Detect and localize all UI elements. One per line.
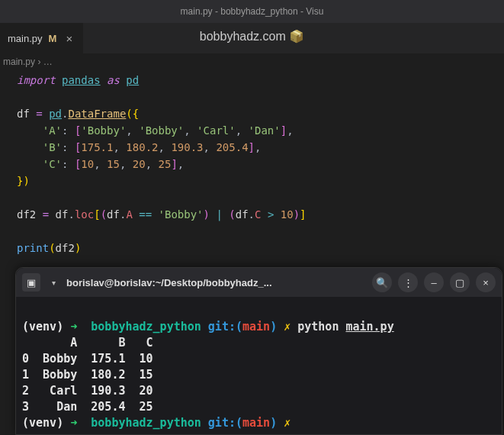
close-icon: × <box>483 277 489 288</box>
breadcrumb-file: main.py <box>3 56 35 67</box>
tab-dropdown[interactable]: ▾ <box>47 273 60 292</box>
output-row: 3 Dan 205.4 25 <box>22 400 153 414</box>
maximize-button[interactable]: ▢ <box>450 272 470 292</box>
plus-box-icon: ▣ <box>27 277 36 288</box>
kebab-icon: ⋮ <box>403 277 413 288</box>
line-number <box>3 72 17 89</box>
watermark-text: bobbyhadz.com <box>200 30 286 43</box>
output-row: 1 Bobby 180.2 15 <box>22 368 153 382</box>
line-number <box>3 89 17 105</box>
box-icon: 📦 <box>289 30 304 43</box>
search-icon: 🔍 <box>376 277 388 288</box>
terminal-header: ▣ ▾ borislav@borislav:~/Desktop/bobbyhad… <box>16 268 502 297</box>
minimize-icon: – <box>431 277 436 288</box>
line-number <box>3 139 17 156</box>
new-tab-button[interactable]: ▣ <box>22 273 40 292</box>
tab-modified-indicator: M <box>49 33 57 44</box>
breadcrumb-more: … <box>43 56 53 67</box>
line-number <box>3 172 17 189</box>
tab-close-icon[interactable]: × <box>63 32 75 45</box>
tab-filename: main.py <box>8 33 43 44</box>
window-title-bar: main.py - bobbyhadz_python - Visu <box>0 0 504 23</box>
output-row: 0 Bobby 175.1 10 <box>22 352 153 366</box>
line-number <box>3 156 17 172</box>
line-number <box>3 189 17 206</box>
line-number <box>3 223 17 240</box>
output-header: A B C <box>22 336 153 350</box>
output-row: 2 Carl 190.3 20 <box>22 384 153 398</box>
line-number <box>3 105 17 122</box>
window-title: main.py - bobbyhadz_python - Visu <box>181 6 324 17</box>
line-number <box>3 240 17 256</box>
breadcrumb[interactable]: main.py › … <box>0 53 504 72</box>
maximize-icon: ▢ <box>455 277 464 288</box>
terminal-output[interactable]: (venv) ➜ bobbyhadz_python git:(main) ✗ p… <box>16 297 502 434</box>
close-button[interactable]: × <box>476 272 496 292</box>
menu-button[interactable]: ⋮ <box>398 272 418 292</box>
line-number <box>3 122 17 139</box>
search-button[interactable]: 🔍 <box>372 272 392 292</box>
tab-bar: main.py M × bobbyhadz.com 📦 <box>0 23 504 53</box>
line-number <box>3 206 17 223</box>
terminal-title: borislav@borislav:~/Desktop/bobbyhadz_..… <box>66 277 366 288</box>
breadcrumb-sep: › <box>37 56 40 67</box>
chevron-down-icon: ▾ <box>52 279 56 287</box>
minimize-button[interactable]: – <box>424 272 444 292</box>
terminal-panel: ▣ ▾ borislav@borislav:~/Desktop/bobbyhad… <box>15 267 502 435</box>
code-editor[interactable]: import pandas as pd df = pd.DataFrame({ … <box>0 72 504 256</box>
tab-main-py[interactable]: main.py M × <box>0 23 83 53</box>
